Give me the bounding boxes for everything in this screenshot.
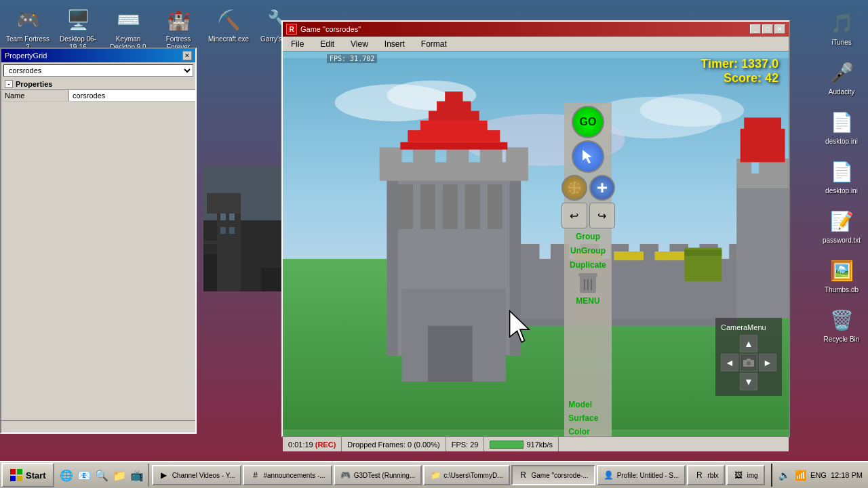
prop-name-value: corsrodes [69, 90, 195, 101]
svg-rect-38 [488, 184, 502, 229]
desktop-ini-1-icon: 📄 [828, 108, 855, 136]
close-button[interactable]: ✕ [774, 24, 785, 34]
svg-rect-26 [480, 147, 502, 165]
desktop-ini-2-icon: 📄 [828, 158, 855, 185]
svg-rect-83 [10, 476, 16, 481]
go-button[interactable]: GO [572, 106, 604, 138]
svg-rect-6 [220, 214, 226, 220]
camera-center-button[interactable] [740, 354, 757, 371]
quick-launch-folder-icon[interactable]: 📁 [111, 467, 127, 483]
svg-rect-36 [443, 184, 458, 229]
taskbar-clock: 12:18 PM [831, 471, 863, 479]
menu-edit[interactable]: Edit [312, 38, 342, 50]
property-grid-close-button[interactable]: ✕ [182, 51, 192, 60]
windows-logo-icon [9, 468, 23, 482]
icon-desktop-ini-1[interactable]: 📄 desktop.ini [818, 106, 865, 148]
menu-format[interactable]: Format [413, 38, 455, 50]
group-button[interactable]: Group [573, 230, 603, 243]
icon-recycle-bin[interactable]: 🗑️ Recycle Bin [818, 304, 865, 346]
svg-rect-40 [422, 229, 435, 259]
icon-password-txt[interactable]: 📝 password.txt [818, 205, 865, 247]
taskbar-app-img[interactable]: 🖼 img [726, 465, 764, 485]
taskbar-app-profile-untitled[interactable]: 👤 Profile: Untitled - S... [597, 465, 686, 485]
preview-panel [203, 166, 281, 291]
start-button[interactable]: Start [1, 463, 54, 487]
audacity-label: Audacity [829, 88, 854, 96]
svg-rect-42 [467, 229, 479, 259]
systray-network-icon[interactable]: 🔊 [778, 469, 790, 481]
systray-volume-icon[interactable]: 📶 [794, 469, 806, 481]
camera-up-button[interactable]: ▲ [740, 335, 757, 352]
icon-team-fortress[interactable]: 🎮 Team Fortress 2 [3, 3, 52, 54]
menu-file[interactable]: File [283, 38, 312, 50]
icon-thumbs-db[interactable]: 🖼️ Thumbs.db [818, 254, 865, 297]
taskbar-app-channel-videos[interactable]: ▶ Channel Videos - Y... [152, 465, 242, 485]
camera-down-button[interactable]: ▼ [740, 373, 757, 390]
icon-itunes[interactable]: 🎵 iTunes [818, 7, 865, 49]
taskbar-app-rblx[interactable]: R rblx [687, 465, 725, 485]
tool-buttons-row [561, 175, 615, 201]
camera-left-button[interactable]: ◄ [721, 354, 738, 371]
game-window-icon: R [286, 24, 297, 35]
undo-redo-row: ↩ ↪ [561, 203, 615, 228]
property-grid-section-header[interactable]: - Properties [5, 80, 192, 88]
svg-rect-63 [736, 184, 789, 318]
quick-launch-ie-icon[interactable]: 🌐 [58, 467, 75, 483]
property-grid-scrollbar[interactable] [1, 420, 195, 432]
menu-button[interactable]: MENU [576, 273, 599, 306]
start-label: Start [26, 470, 46, 481]
taskbar-app-g3dtest[interactable]: 🎮 G3DTest (Running... [334, 465, 422, 485]
property-grid-dropdown-area: corsrodes [1, 62, 195, 79]
color-button[interactable]: Color [566, 426, 610, 436]
svg-rect-47 [521, 244, 539, 262]
cursor-icon [580, 148, 596, 165]
section-label: Properties [16, 80, 52, 88]
camera-dpad: ▲ ◄ ► ▼ [721, 335, 776, 390]
icon-audacity[interactable]: 🎤 Audacity [818, 56, 865, 99]
quick-launch-bar: 🌐 📧 🔍 📁 📺 [56, 464, 149, 487]
svg-rect-5 [207, 193, 241, 214]
game-window: R Game "corsrodes" _ □ ✕ File Edit View … [281, 20, 790, 437]
add-tool-button[interactable] [589, 175, 615, 201]
icon-minecraft[interactable]: ⛏️ Minecraft.exe [204, 3, 253, 54]
icon-fortress-forever[interactable]: 🏰 Fortress Forever [154, 3, 203, 54]
quick-launch-email-icon[interactable]: 📧 [76, 467, 92, 483]
quick-launch-chrome-icon[interactable]: 🔍 [94, 467, 110, 483]
surface-button[interactable]: Surface [566, 412, 610, 424]
svg-rect-31 [420, 121, 488, 131]
icon-keyman[interactable]: ⌨️ Keyman Desktop 9.0 [104, 3, 153, 54]
move-icon [568, 181, 581, 195]
ungroup-button[interactable]: UnGroup [568, 245, 608, 257]
redo-button[interactable]: ↪ [589, 203, 615, 228]
minimize-button[interactable]: _ [750, 24, 761, 34]
model-button[interactable]: Model [566, 399, 610, 411]
bitrate-display: 917kb/s [526, 441, 553, 449]
property-grid-row-name: Name corsrodes [1, 90, 195, 102]
undo-button[interactable]: ↩ [561, 203, 587, 228]
taskbar-app-users-tommy[interactable]: 📁 c:\Users\TommyD... [423, 465, 509, 485]
timer-display: Timer: 1337.0 [701, 57, 778, 71]
move-tool-button[interactable] [561, 175, 587, 201]
quick-launch-extra-icon[interactable]: 📺 [129, 467, 145, 483]
property-grid-select[interactable]: corsrodes [3, 64, 193, 77]
minecraft-icon: ⛏️ [215, 6, 242, 33]
select-tool-button[interactable] [572, 140, 604, 173]
menu-view[interactable]: View [342, 38, 376, 50]
expand-icon[interactable]: - [5, 80, 13, 88]
itunes-label: iTunes [831, 39, 852, 47]
profile-untitled-icon: 👤 [604, 470, 614, 481]
taskbar-app-announcements[interactable]: # #announcements -... [243, 465, 332, 485]
trash-icon [578, 273, 598, 295]
score-display: Score: 42 [701, 71, 778, 85]
duplicate-button[interactable]: Duplicate [567, 259, 609, 271]
desktop-06-icon: 🖥️ [64, 6, 92, 33]
menu-insert[interactable]: Insert [376, 38, 413, 50]
maximize-button[interactable]: □ [762, 24, 773, 34]
icon-desktop-06[interactable]: 🖥️ Desktop 06-19-16 [54, 3, 102, 54]
desktop: 🎮 Team Fortress 2 🖥️ Desktop 06-19-16 ⌨️… [0, 0, 868, 488]
game-corsrodes-icon: R [518, 470, 529, 481]
camera-right-button[interactable]: ► [759, 354, 776, 371]
taskbar-app-game-corsrodes[interactable]: R Game "corsrode-... [511, 465, 595, 485]
svg-rect-43 [490, 229, 502, 259]
icon-desktop-ini-2[interactable]: 📄 desktop.ini [818, 155, 865, 198]
